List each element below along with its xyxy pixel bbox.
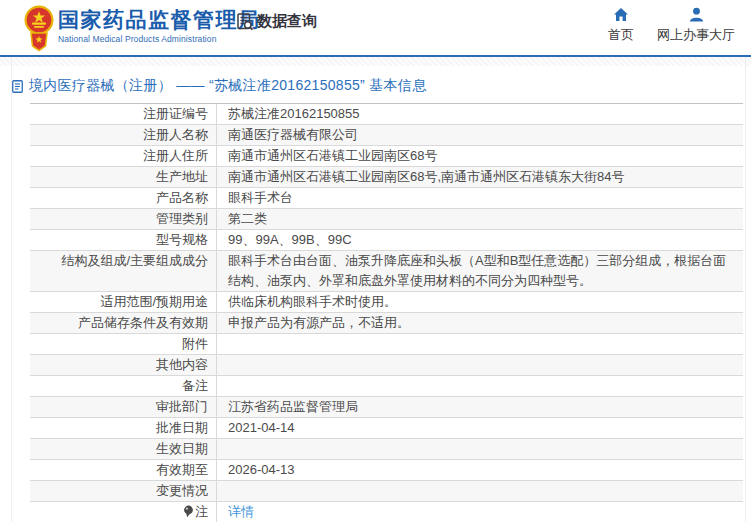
- table-row: 其他内容: [30, 355, 743, 376]
- nav-hall-label: 网上办事大厅: [657, 26, 735, 44]
- row-value: [217, 334, 743, 354]
- row-label-text: 适用范围/预期用途: [100, 294, 208, 309]
- row-label-text: 型号规格: [156, 232, 208, 247]
- row-label: 批准日期: [30, 418, 217, 438]
- row-value-text: 99、99A、99B、99C: [228, 232, 352, 247]
- table-row: 管理类别第二类: [30, 209, 743, 230]
- row-value: [217, 439, 743, 459]
- row-label-text: 有效期至: [156, 462, 208, 477]
- table-row: 适用范围/预期用途供临床机构眼科手术时使用。: [30, 292, 743, 313]
- page-title-text: 境内医疗器械（注册） —— “苏械注准20162150855” 基本信息: [29, 77, 426, 95]
- row-value-text: 供临床机构眼科手术时使用。: [228, 294, 397, 309]
- row-value: 江苏省药品监督管理局: [217, 397, 743, 417]
- row-label: 变更情况: [30, 481, 217, 501]
- nav-home-label: 首页: [608, 26, 634, 44]
- row-label-text: 注册人名称: [143, 127, 208, 142]
- row-value: 眼科手术台由台面、油泵升降底座和头板（A型和B型任意选配）三部分组成，根据台面结…: [217, 251, 743, 291]
- row-label-text: 注册证编号: [143, 106, 208, 121]
- row-label: 其他内容: [30, 355, 217, 375]
- row-value: 南通市通州区石港镇工业园南区68号,南通市通州区石港镇东大街84号: [217, 167, 743, 187]
- table-row: 产品储存条件及有效期申报产品为有源产品，不适用。: [30, 313, 743, 334]
- table-row: 结构及组成/主要组成成分眼科手术台由台面、油泵升降底座和头板（A型和B型任意选配…: [30, 251, 743, 292]
- row-label: 附件: [30, 334, 217, 354]
- row-value-text: 第二类: [228, 211, 267, 226]
- row-value: 南通医疗器械有限公司: [217, 125, 743, 145]
- row-value-text: 2021-04-14: [228, 420, 295, 435]
- person-icon: [689, 7, 704, 22]
- site-title-en: National Medical Products Administration: [58, 34, 261, 44]
- row-label: 适用范围/预期用途: [30, 292, 217, 312]
- row-label-text: 审批部门: [156, 399, 208, 414]
- content-left-edge: [11, 57, 12, 522]
- row-value-text: 申报产品为有源产品，不适用。: [228, 315, 410, 330]
- nav-online-service-hall[interactable]: 网上办事大厅: [649, 7, 743, 44]
- row-value: [217, 481, 743, 501]
- row-label: 生产地址: [30, 167, 217, 187]
- row-label: 注: [30, 502, 217, 522]
- row-value-text: 2026-04-13: [228, 462, 295, 477]
- row-label-text: 注: [195, 504, 208, 519]
- row-label-text: 批准日期: [156, 420, 208, 435]
- row-value: [217, 355, 743, 375]
- row-value: 眼科手术台: [217, 188, 743, 208]
- table-row: 注详情: [30, 502, 743, 522]
- row-value: 第二类: [217, 209, 743, 229]
- page-title: 境内医疗器械（注册） —— “苏械注准20162150855” 基本信息: [12, 77, 426, 95]
- row-label-text: 结构及组成/主要组成成分: [61, 253, 208, 268]
- table-row: 生效日期: [30, 439, 743, 460]
- row-value: [217, 376, 743, 396]
- table-row: 备注: [30, 376, 743, 397]
- document-search-icon: [236, 12, 254, 31]
- note-balloon-icon: [183, 504, 194, 522]
- row-value-text: 南通医疗器械有限公司: [228, 127, 358, 142]
- nav-home[interactable]: 首页: [601, 7, 641, 44]
- detail-link[interactable]: 详情: [228, 504, 254, 519]
- row-label: 生效日期: [30, 439, 217, 459]
- table-row: 注册证编号苏械注准20162150855: [30, 104, 743, 125]
- row-label-text: 产品储存条件及有效期: [78, 315, 208, 330]
- row-value-text: 南通市通州区石港镇工业园南区68号: [228, 148, 437, 163]
- table-row: 注册人住所南通市通州区石港镇工业园南区68号: [30, 146, 743, 167]
- table-row: 产品名称眼科手术台: [30, 188, 743, 209]
- row-value-text: 苏械注准20162150855: [228, 106, 360, 121]
- info-table: 注册证编号苏械注准20162150855注册人名称南通医疗器械有限公司注册人住所…: [30, 103, 743, 522]
- row-label-text: 其他内容: [156, 357, 208, 372]
- table-row: 审批部门江苏省药品监督管理局: [30, 397, 743, 418]
- site-title-cn: 国家药品监督管理局: [58, 9, 261, 31]
- row-label-text: 生效日期: [156, 441, 208, 456]
- row-label: 产品名称: [30, 188, 217, 208]
- site-logo-text: 国家药品监督管理局 National Medical Products Admi…: [58, 9, 261, 44]
- row-label: 有效期至: [30, 460, 217, 480]
- table-row: 有效期至2026-04-13: [30, 460, 743, 481]
- row-value: 南通市通州区石港镇工业园南区68号: [217, 146, 743, 166]
- table-row: 附件: [30, 334, 743, 355]
- row-value: 99、99A、99B、99C: [217, 230, 743, 250]
- row-value-text: 眼科手术台由台面、油泵升降底座和头板（A型和B型任意选配）三部分组成，根据台面结…: [228, 253, 726, 288]
- row-value-text: 江苏省药品监督管理局: [228, 399, 358, 414]
- content-right-edge: [745, 57, 746, 522]
- row-label-text: 注册人住所: [143, 148, 208, 163]
- row-label: 管理类别: [30, 209, 217, 229]
- china-national-emblem: [23, 5, 55, 52]
- data-query-button[interactable]: 数据查询: [236, 12, 317, 31]
- table-row: 批准日期2021-04-14: [30, 418, 743, 439]
- row-value-text: 眼科手术台: [228, 190, 293, 205]
- row-label: 结构及组成/主要组成成分: [30, 251, 217, 291]
- row-label: 审批部门: [30, 397, 217, 417]
- home-icon: [613, 7, 629, 22]
- row-label: 备注: [30, 376, 217, 396]
- row-label: 注册证编号: [30, 104, 217, 124]
- document-icon: [12, 80, 23, 93]
- row-label-text: 附件: [182, 336, 208, 351]
- table-row: 变更情况: [30, 481, 743, 502]
- row-label: 产品储存条件及有效期: [30, 313, 217, 333]
- row-value: 2026-04-13: [217, 460, 743, 480]
- row-label-text: 产品名称: [156, 190, 208, 205]
- row-label-text: 管理类别: [156, 211, 208, 226]
- row-value: 详情: [217, 502, 743, 522]
- subheader-band: [0, 57, 751, 66]
- row-value: 2021-04-14: [217, 418, 743, 438]
- data-query-label: 数据查询: [257, 12, 317, 31]
- row-label: 注册人住所: [30, 146, 217, 166]
- table-row: 生产地址南通市通州区石港镇工业园南区68号,南通市通州区石港镇东大街84号: [30, 167, 743, 188]
